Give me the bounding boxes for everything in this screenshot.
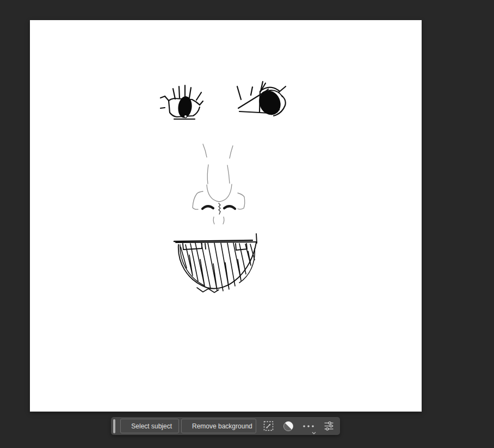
- sketch-mouth: [174, 234, 257, 293]
- document-canvas[interactable]: [30, 20, 422, 412]
- sketch-nose: [193, 144, 245, 224]
- remove-background-button[interactable]: Remove background: [181, 419, 256, 433]
- adjustment-circle-icon: [283, 421, 294, 432]
- remove-background-label: Remove background: [192, 422, 252, 430]
- sketch-left-eye: [160, 85, 203, 119]
- sketch-right-eye: [237, 82, 286, 119]
- taskbar-drag-handle-icon[interactable]: [113, 419, 115, 433]
- sliders-icon: [324, 421, 334, 431]
- transform-image-button[interactable]: [262, 420, 275, 433]
- menu-caret-icon: [312, 432, 316, 434]
- ellipsis-icon: [302, 425, 314, 428]
- create-adjustment-button[interactable]: [282, 420, 295, 433]
- contextual-task-bar: Select subject Remove background: [111, 417, 340, 435]
- transform-icon: [263, 421, 274, 431]
- select-subject-label: Select subject: [131, 422, 172, 430]
- face-sketch: [30, 20, 422, 412]
- more-options-button[interactable]: [302, 420, 315, 433]
- taskbar-settings-button[interactable]: [322, 420, 335, 433]
- select-subject-button[interactable]: Select subject: [120, 419, 179, 433]
